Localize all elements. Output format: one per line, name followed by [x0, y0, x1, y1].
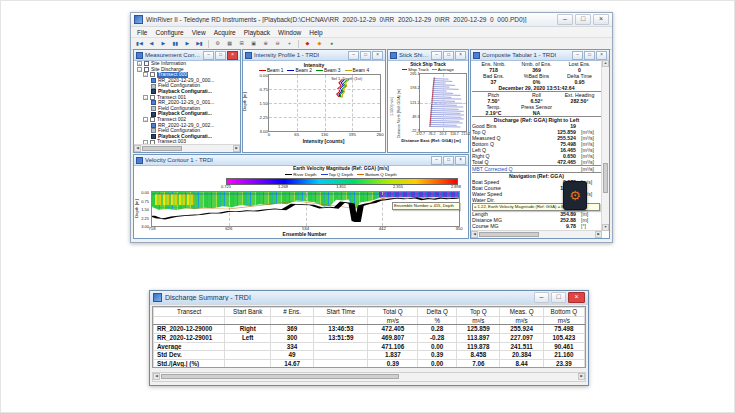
legend-line-icon: [357, 174, 364, 175]
scrollbar-thumb[interactable]: [479, 232, 539, 237]
go-last-button[interactable]: ▶▮: [194, 38, 205, 49]
ship-track-plot-area[interactable]: 265.1 193.2 121.2 49.3 -22.7 -172.7 -76.…: [419, 73, 467, 132]
checkbox-icon[interactable]: [150, 117, 155, 122]
summary-horizontal-scrollbar[interactable]: [152, 372, 586, 382]
panel-close-button[interactable]: ×: [455, 51, 466, 60]
panel-minimize-button[interactable]: –: [203, 51, 214, 60]
play-button[interactable]: ▶: [158, 38, 169, 49]
pause-button[interactable]: ▮▮: [170, 38, 181, 49]
panel-minimize-button[interactable]: –: [572, 51, 583, 60]
intensity-panel-titlebar[interactable]: Intensity Profile 1 - TRDI – □ ×: [243, 50, 385, 61]
marker-yellow-icon[interactable]: ◆: [314, 38, 325, 49]
col-meas-q[interactable]: Meas. Q: [500, 308, 543, 317]
panel-close-button[interactable]: ×: [455, 156, 466, 165]
scrollbar-thumb[interactable]: [603, 163, 608, 193]
scroll-right-arrow[interactable]: [578, 373, 585, 380]
step-back-button[interactable]: ◀: [146, 38, 157, 49]
panel-maximize-button[interactable]: □: [443, 156, 454, 165]
col-top-q[interactable]: Top Q: [457, 308, 500, 317]
menu-configure[interactable]: Configure: [151, 29, 187, 36]
menu-file[interactable]: File: [133, 29, 151, 36]
contour-panel-titlebar[interactable]: Velocity Contour 1 - TRDI – □ ×: [134, 155, 468, 166]
summary-minimize-button[interactable]: –: [534, 292, 549, 303]
tile-windows-icon[interactable]: ⊞: [236, 38, 247, 49]
tree-expander-icon[interactable]: [137, 61, 142, 66]
scroll-up-arrow[interactable]: [602, 60, 609, 67]
measurement-wizard-icon[interactable]: ▦: [224, 38, 235, 49]
col-delta-q[interactable]: Delta Q: [418, 308, 457, 317]
main-window: WinRiver II - Teledyne RD Instruments - …: [130, 12, 613, 243]
minimize-button[interactable]: –: [557, 14, 573, 25]
panel-close-button[interactable]: ×: [227, 51, 238, 60]
y-tick: 121.2: [410, 101, 420, 105]
y-tick: 3.00: [260, 129, 268, 134]
col-transect[interactable]: Transect: [154, 308, 225, 317]
vertical-scrollbar[interactable]: [601, 60, 609, 231]
scroll-right-arrow[interactable]: [595, 231, 602, 238]
panel-maximize-button[interactable]: □: [443, 51, 454, 60]
tree-expander-icon[interactable]: [143, 95, 148, 100]
summary-close-button[interactable]: ×: [568, 292, 585, 303]
menu-playback[interactable]: Playback: [240, 29, 274, 36]
menu-help[interactable]: Help: [305, 29, 326, 36]
intensity-plot-area[interactable]: 0.00 0.75 1.50 2.25 3.00 0 65 130 195 26…: [268, 74, 381, 132]
scroll-down-arrow[interactable]: [602, 224, 609, 231]
col-start-bank[interactable]: Start Bank: [225, 308, 270, 317]
menu-window[interactable]: Window: [274, 29, 305, 36]
summary-row-transect-000[interactable]: RR_2020-12-29000Right36913:46:53472.4050…: [154, 325, 585, 334]
unit-cell: m³/s: [500, 317, 543, 325]
col-total-q[interactable]: Total Q: [368, 308, 418, 317]
zoom-out-icon[interactable]: ⊖: [272, 38, 283, 49]
globe-icon[interactable]: ●: [326, 38, 337, 49]
zoom-in-icon[interactable]: ⊕: [260, 38, 271, 49]
panel-close-button[interactable]: ×: [596, 51, 607, 60]
close-button[interactable]: ×: [593, 14, 609, 25]
col-start-time[interactable]: Start Time: [314, 308, 368, 317]
checkbox-icon[interactable]: [150, 72, 155, 77]
scroll-left-arrow[interactable]: [471, 231, 478, 238]
scroll-right-arrow[interactable]: [233, 145, 240, 152]
col-num-ens[interactable]: # Ens.: [270, 308, 313, 317]
wrench-icon[interactable]: ⚙: [212, 38, 223, 49]
config-icon: [151, 128, 156, 133]
measurement-panel-titlebar[interactable]: Measurement Control – □ ×: [134, 50, 240, 61]
tree-expander-icon[interactable]: [143, 72, 148, 77]
panel-maximize-button[interactable]: □: [360, 51, 371, 60]
summary-maximize-button[interactable]: □: [551, 292, 566, 303]
summary-titlebar[interactable]: Discharge Summary - TRDI – □ ×: [150, 291, 588, 305]
panel-minimize-button[interactable]: –: [431, 156, 442, 165]
menu-acquire[interactable]: Acquire: [210, 29, 240, 36]
scroll-left-arrow[interactable]: [134, 145, 141, 152]
maximize-button[interactable]: □: [575, 14, 591, 25]
scrollbar-thumb[interactable]: [142, 146, 182, 151]
annotate-icon[interactable]: +: [284, 38, 295, 49]
tree-expander-icon[interactable]: [143, 117, 148, 122]
panel-maximize-button[interactable]: □: [215, 51, 226, 60]
panel-minimize-button[interactable]: –: [348, 51, 359, 60]
legend-item-river-depth: River Depth: [285, 172, 316, 177]
horizontal-scrollbar[interactable]: [134, 144, 240, 152]
gear-cursor-overlay-icon: ⚙: [563, 181, 587, 210]
panel-maximize-button[interactable]: □: [584, 51, 595, 60]
cascade-windows-icon[interactable]: ▣: [248, 38, 259, 49]
main-titlebar[interactable]: WinRiver II - Teledyne RD Instruments - …: [131, 13, 612, 27]
tree-expander-icon[interactable]: [137, 67, 142, 72]
marker-red-icon[interactable]: ◆: [302, 38, 313, 49]
summary-row-transect-001[interactable]: RR_2020-12-29001Left30013:51:59469.807-0…: [154, 333, 585, 342]
tabular-panel-titlebar[interactable]: Composite Tabular 1 - TRDI – □ ×: [471, 50, 609, 61]
legend-line-icon: [402, 69, 407, 70]
checkbox-icon[interactable]: [150, 95, 155, 100]
scroll-left-arrow[interactable]: [153, 373, 160, 380]
legend-item-bottom-q-depth: Bottom Q Depth: [357, 172, 396, 177]
go-first-button[interactable]: ▮◀: [134, 38, 145, 49]
ship-track-panel-titlebar[interactable]: Stick Ship Track 1 - TRDI – □ ×: [388, 50, 468, 61]
panel-minimize-button[interactable]: –: [431, 51, 442, 60]
scrollbar-thumb[interactable]: [161, 374, 399, 379]
horizontal-scrollbar[interactable]: [471, 230, 602, 238]
panel-close-button[interactable]: ×: [372, 51, 383, 60]
menu-view[interactable]: View: [188, 29, 210, 36]
menu-bar: File Configure View Acquire Playback Win…: [131, 27, 612, 38]
step-forward-button[interactable]: ▶: [182, 38, 193, 49]
col-bottom-q[interactable]: Bottom Q: [543, 308, 584, 317]
x-tick: 195: [349, 132, 356, 137]
